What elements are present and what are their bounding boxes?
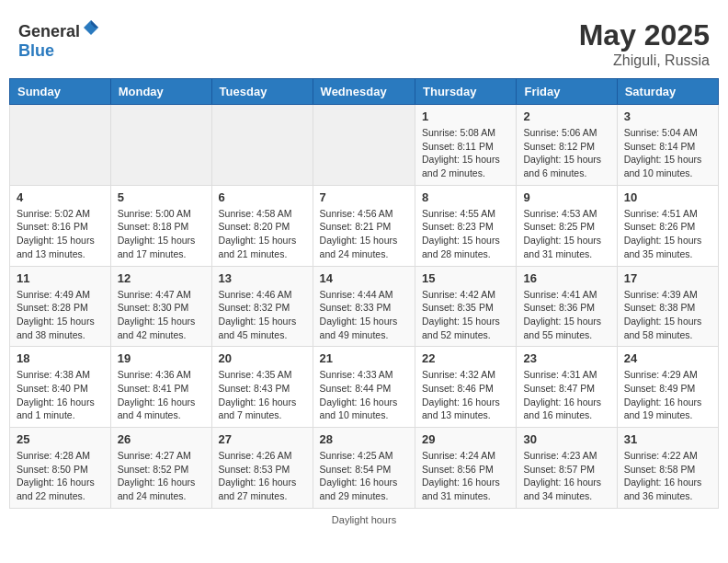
day-number: 28	[320, 432, 408, 446]
day-number: 3	[624, 109, 711, 123]
day-number: 18	[17, 351, 104, 365]
calendar-table: SundayMondayTuesdayWednesdayThursdayFrid…	[9, 78, 719, 509]
title-block: May 2025 Zhiguli, Russia	[579, 18, 710, 69]
day-cell: 21Sunrise: 4:33 AM Sunset: 8:44 PM Dayli…	[313, 347, 415, 428]
day-info: Sunrise: 5:08 AM Sunset: 8:11 PM Dayligh…	[422, 126, 509, 180]
day-info: Sunrise: 4:49 AM Sunset: 8:28 PM Dayligh…	[17, 288, 104, 342]
day-cell	[10, 105, 111, 186]
day-cell: 23Sunrise: 4:31 AM Sunset: 8:47 PM Dayli…	[517, 347, 617, 428]
col-header-saturday: Saturday	[617, 79, 718, 105]
day-number: 14	[320, 271, 408, 285]
day-cell: 13Sunrise: 4:46 AM Sunset: 8:32 PM Dayli…	[211, 266, 313, 347]
day-number: 22	[422, 351, 509, 365]
month-year: May 2025	[579, 18, 710, 52]
day-cell	[211, 105, 313, 186]
day-info: Sunrise: 4:46 AM Sunset: 8:32 PM Dayligh…	[219, 288, 306, 342]
day-cell: 29Sunrise: 4:24 AM Sunset: 8:56 PM Dayli…	[415, 428, 517, 509]
day-info: Sunrise: 4:35 AM Sunset: 8:43 PM Dayligh…	[219, 368, 306, 422]
day-number: 20	[219, 351, 306, 365]
day-info: Sunrise: 5:00 AM Sunset: 8:18 PM Dayligh…	[118, 207, 205, 261]
day-number: 8	[422, 190, 509, 204]
day-number: 23	[523, 351, 609, 365]
day-info: Sunrise: 4:38 AM Sunset: 8:40 PM Dayligh…	[17, 368, 104, 422]
day-number: 29	[422, 432, 509, 446]
day-number: 7	[320, 190, 408, 204]
col-header-thursday: Thursday	[415, 79, 517, 105]
day-info: Sunrise: 5:06 AM Sunset: 8:12 PM Dayligh…	[523, 126, 609, 180]
footer-note: Daylight hours	[9, 514, 719, 529]
day-number: 26	[118, 432, 205, 446]
day-info: Sunrise: 5:04 AM Sunset: 8:14 PM Dayligh…	[624, 126, 711, 180]
day-info: Sunrise: 4:22 AM Sunset: 8:58 PM Dayligh…	[624, 449, 711, 503]
day-cell: 24Sunrise: 4:29 AM Sunset: 8:49 PM Dayli…	[617, 347, 718, 428]
day-number: 15	[422, 271, 509, 285]
day-cell: 7Sunrise: 4:56 AM Sunset: 8:21 PM Daylig…	[313, 185, 415, 266]
week-row-2: 4Sunrise: 5:02 AM Sunset: 8:16 PM Daylig…	[10, 185, 719, 266]
day-number: 10	[624, 190, 711, 204]
col-header-tuesday: Tuesday	[211, 79, 313, 105]
day-number: 9	[523, 190, 609, 204]
day-info: Sunrise: 4:32 AM Sunset: 8:46 PM Dayligh…	[422, 368, 509, 422]
day-info: Sunrise: 4:42 AM Sunset: 8:35 PM Dayligh…	[422, 288, 509, 342]
day-cell: 14Sunrise: 4:44 AM Sunset: 8:33 PM Dayli…	[313, 266, 415, 347]
day-cell	[110, 105, 211, 186]
calendar-body: 1Sunrise: 5:08 AM Sunset: 8:11 PM Daylig…	[10, 105, 719, 509]
logo-general: General	[18, 22, 80, 40]
day-cell: 11Sunrise: 4:49 AM Sunset: 8:28 PM Dayli…	[10, 266, 111, 347]
day-info: Sunrise: 4:27 AM Sunset: 8:52 PM Dayligh…	[118, 449, 205, 503]
day-cell: 1Sunrise: 5:08 AM Sunset: 8:11 PM Daylig…	[415, 105, 517, 186]
day-info: Sunrise: 4:51 AM Sunset: 8:26 PM Dayligh…	[624, 207, 711, 261]
day-cell: 5Sunrise: 5:00 AM Sunset: 8:18 PM Daylig…	[110, 185, 211, 266]
week-row-4: 18Sunrise: 4:38 AM Sunset: 8:40 PM Dayli…	[10, 347, 719, 428]
col-header-wednesday: Wednesday	[313, 79, 415, 105]
logo-icon	[82, 18, 100, 37]
week-row-3: 11Sunrise: 4:49 AM Sunset: 8:28 PM Dayli…	[10, 266, 719, 347]
day-cell: 4Sunrise: 5:02 AM Sunset: 8:16 PM Daylig…	[10, 185, 111, 266]
day-info: Sunrise: 4:31 AM Sunset: 8:47 PM Dayligh…	[523, 368, 609, 422]
day-info: Sunrise: 4:26 AM Sunset: 8:53 PM Dayligh…	[219, 449, 306, 503]
day-cell: 18Sunrise: 4:38 AM Sunset: 8:40 PM Dayli…	[10, 347, 111, 428]
day-cell: 27Sunrise: 4:26 AM Sunset: 8:53 PM Dayli…	[211, 428, 313, 509]
day-number: 24	[624, 351, 711, 365]
week-row-1: 1Sunrise: 5:08 AM Sunset: 8:11 PM Daylig…	[10, 105, 719, 186]
day-cell: 28Sunrise: 4:25 AM Sunset: 8:54 PM Dayli…	[313, 428, 415, 509]
location: Zhiguli, Russia	[579, 52, 710, 69]
day-number: 6	[219, 190, 306, 204]
day-info: Sunrise: 4:53 AM Sunset: 8:25 PM Dayligh…	[523, 207, 609, 261]
day-number: 12	[118, 271, 205, 285]
col-header-sunday: Sunday	[10, 79, 111, 105]
day-info: Sunrise: 4:58 AM Sunset: 8:20 PM Dayligh…	[219, 207, 306, 261]
day-cell: 17Sunrise: 4:39 AM Sunset: 8:38 PM Dayli…	[617, 266, 718, 347]
day-cell: 19Sunrise: 4:36 AM Sunset: 8:41 PM Dayli…	[110, 347, 211, 428]
day-info: Sunrise: 4:47 AM Sunset: 8:30 PM Dayligh…	[118, 288, 205, 342]
day-number: 19	[118, 351, 205, 365]
day-cell: 30Sunrise: 4:23 AM Sunset: 8:57 PM Dayli…	[517, 428, 617, 509]
day-info: Sunrise: 4:36 AM Sunset: 8:41 PM Dayligh…	[118, 368, 205, 422]
day-info: Sunrise: 4:44 AM Sunset: 8:33 PM Dayligh…	[320, 288, 408, 342]
week-row-5: 25Sunrise: 4:28 AM Sunset: 8:50 PM Dayli…	[10, 428, 719, 509]
day-number: 13	[219, 271, 306, 285]
day-info: Sunrise: 5:02 AM Sunset: 8:16 PM Dayligh…	[17, 207, 104, 261]
day-cell: 22Sunrise: 4:32 AM Sunset: 8:46 PM Dayli…	[415, 347, 517, 428]
day-cell: 10Sunrise: 4:51 AM Sunset: 8:26 PM Dayli…	[617, 185, 718, 266]
day-cell: 16Sunrise: 4:41 AM Sunset: 8:36 PM Dayli…	[517, 266, 617, 347]
day-number: 2	[523, 109, 609, 123]
day-cell: 31Sunrise: 4:22 AM Sunset: 8:58 PM Dayli…	[617, 428, 718, 509]
col-header-friday: Friday	[517, 79, 617, 105]
day-info: Sunrise: 4:55 AM Sunset: 8:23 PM Dayligh…	[422, 207, 509, 261]
day-cell: 6Sunrise: 4:58 AM Sunset: 8:20 PM Daylig…	[211, 185, 313, 266]
logo-blue: Blue	[18, 41, 54, 60]
day-number: 4	[17, 190, 104, 204]
day-cell: 9Sunrise: 4:53 AM Sunset: 8:25 PM Daylig…	[517, 185, 617, 266]
day-number: 31	[624, 432, 711, 446]
day-number: 30	[523, 432, 609, 446]
day-cell: 15Sunrise: 4:42 AM Sunset: 8:35 PM Dayli…	[415, 266, 517, 347]
day-cell	[313, 105, 415, 186]
day-cell: 26Sunrise: 4:27 AM Sunset: 8:52 PM Dayli…	[110, 428, 211, 509]
day-info: Sunrise: 4:28 AM Sunset: 8:50 PM Dayligh…	[17, 449, 104, 503]
day-info: Sunrise: 4:33 AM Sunset: 8:44 PM Dayligh…	[320, 368, 408, 422]
day-cell: 12Sunrise: 4:47 AM Sunset: 8:30 PM Dayli…	[110, 266, 211, 347]
col-header-monday: Monday	[110, 79, 211, 105]
day-number: 17	[624, 271, 711, 285]
day-cell: 8Sunrise: 4:55 AM Sunset: 8:23 PM Daylig…	[415, 185, 517, 266]
